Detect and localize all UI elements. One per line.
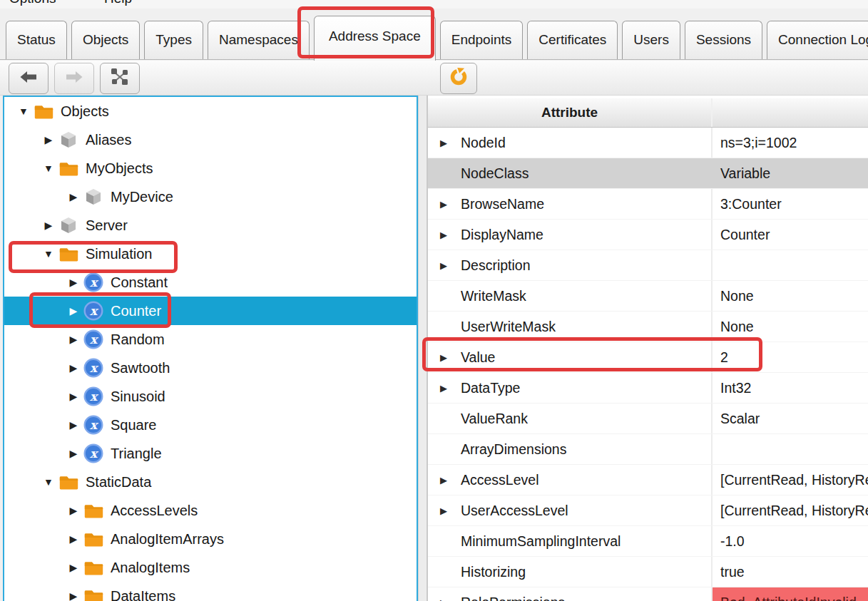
expand-arrow-icon[interactable]: ▶	[64, 334, 83, 345]
expand-arrow-icon[interactable]: ▶	[64, 448, 83, 459]
attribute-column-header[interactable]: Attribute	[428, 98, 711, 127]
tree-item-staticdata[interactable]: ▼StaticData	[4, 468, 417, 496]
attribute-name-label: WriteMask	[461, 288, 526, 304]
attribute-row-useraccesslevel[interactable]: ▶UserAccessLevel[CurrentRead, HistoryRea…	[428, 495, 868, 526]
tab-status[interactable]: Status	[6, 21, 67, 59]
tree-item-analogitems[interactable]: ▶AnalogItems	[4, 553, 417, 582]
tree-item-simulation[interactable]: ▼Simulation	[4, 240, 417, 268]
tab-address-space[interactable]: Address Space	[314, 16, 436, 61]
expand-arrow-icon[interactable]: ▶	[440, 597, 447, 601]
tab-types[interactable]: Types	[144, 21, 203, 59]
tree-item-label: StaticData	[86, 474, 151, 490]
attribute-row-writemask[interactable]: WriteMaskNone	[428, 281, 868, 312]
attribute-name-cell: Historizing	[428, 557, 711, 587]
expand-arrow-icon[interactable]: ▶	[440, 199, 447, 210]
cube-icon	[58, 130, 79, 150]
tree-item-dataitems[interactable]: ▶DataItems	[4, 582, 417, 601]
tab-users[interactable]: Users	[622, 21, 680, 59]
tree-item-label: DataItems	[111, 588, 175, 601]
folder-icon	[58, 158, 79, 178]
folder-icon	[58, 244, 79, 264]
expand-arrow-icon[interactable]: ▶	[64, 533, 83, 545]
attribute-value-label: Variable	[720, 165, 770, 182]
expand-arrow-icon[interactable]: ▶	[440, 260, 447, 271]
forward-button[interactable]	[54, 63, 94, 94]
expand-arrow-icon[interactable]: ▶	[64, 419, 83, 431]
expand-arrow-icon[interactable]: ▶	[64, 391, 83, 402]
refresh-button[interactable]	[440, 63, 477, 94]
value-column-header[interactable]	[713, 98, 868, 127]
attribute-row-description[interactable]: ▶Description	[428, 250, 868, 281]
attribute-row-userwritemask[interactable]: UserWriteMaskNone	[428, 312, 868, 342]
tree-item-objects[interactable]: ▼Objects	[4, 97, 417, 125]
attribute-row-nodeclass[interactable]: NodeClassVariable	[428, 158, 868, 189]
attribute-row-minimumsamplinginterval[interactable]: MinimumSamplingInterval-1.0	[428, 526, 868, 557]
collapse-arrow-icon[interactable]: ▼	[14, 106, 33, 117]
menu-item-help[interactable]: Help	[104, 0, 132, 8]
collapse-arrow-icon[interactable]: ▼	[39, 163, 58, 174]
tree-item-random[interactable]: ▶xRandom	[4, 325, 417, 354]
tree-item-sawtooth[interactable]: ▶xSawtooth	[4, 354, 417, 382]
attribute-value-cell: 2	[711, 342, 868, 372]
expand-arrow-icon[interactable]: ▶	[440, 138, 447, 148]
tree-item-label: Constant	[111, 274, 168, 291]
folder-icon	[83, 558, 104, 577]
tree-item-label: Server	[86, 217, 128, 234]
attribute-row-value[interactable]: ▶Value2	[428, 342, 868, 373]
attribute-row-datatype[interactable]: ▶DataTypeInt32	[428, 373, 868, 404]
attribute-row-displayname[interactable]: ▶DisplayNameCounter	[428, 220, 868, 250]
tree-item-label: Aliases	[86, 132, 131, 148]
attribute-row-rolepermissions[interactable]: ▶RolePermissionsBad_AttributeIdInvalid	[428, 587, 868, 601]
tree-item-label: Triangle	[111, 446, 162, 462]
toolbar-band	[0, 61, 868, 96]
tree-item-myobjects[interactable]: ▼MyObjects	[4, 154, 417, 183]
expand-arrow-icon[interactable]: ▶	[440, 230, 447, 240]
attribute-row-accesslevel[interactable]: ▶AccessLevel[CurrentRead, HistoryRead]	[428, 465, 868, 495]
tab-connection-log[interactable]: Connection Log	[767, 21, 868, 59]
expand-arrow-icon[interactable]: ▶	[64, 277, 83, 288]
tree-item-label: AnalogItemArrays	[111, 531, 224, 548]
attributes-panel: Attribute ▶NodeIdns=3;i=1002NodeClassVar…	[427, 96, 868, 601]
tab-sessions[interactable]: Sessions	[685, 21, 762, 59]
attribute-row-arraydimensions[interactable]: ArrayDimensions	[428, 434, 868, 465]
expand-arrow-icon[interactable]: ▶	[440, 383, 447, 394]
expand-arrow-icon[interactable]: ▶	[64, 590, 83, 601]
expand-arrow-icon[interactable]: ▶	[440, 475, 447, 486]
variable-icon: x	[83, 272, 104, 292]
tree-item-constant[interactable]: ▶xConstant	[4, 268, 417, 297]
pane-splitter[interactable]	[418, 96, 427, 601]
tree-item-accesslevels[interactable]: ▶AccessLevels	[4, 496, 417, 525]
tab-namespaces[interactable]: Namespaces	[208, 21, 310, 59]
tree-item-counter[interactable]: ▶xCounter	[4, 297, 417, 325]
attribute-row-valuerank[interactable]: ValueRankScalar	[428, 404, 868, 434]
back-button[interactable]	[9, 63, 48, 94]
collapse-arrow-icon[interactable]: ▼	[39, 248, 58, 260]
expand-arrow-icon[interactable]: ▶	[440, 352, 447, 363]
expand-arrow-icon[interactable]: ▶	[440, 505, 447, 516]
collapse-arrow-icon[interactable]: ▼	[39, 476, 58, 488]
tree-item-server[interactable]: ▶Server	[4, 211, 417, 240]
tree-item-analogitemarrays[interactable]: ▶AnalogItemArrays	[4, 525, 417, 553]
menu-item-options[interactable]: Options	[9, 0, 56, 8]
node-graph-button[interactable]	[100, 63, 140, 94]
tree-item-mydevice[interactable]: ▶MyDevice	[4, 183, 417, 211]
tab-objects[interactable]: Objects	[71, 21, 140, 59]
tree-item-sinusoid[interactable]: ▶xSinusoid	[4, 382, 417, 411]
tree-item-label: MyDevice	[111, 189, 173, 205]
expand-arrow-icon[interactable]: ▶	[64, 562, 83, 573]
tab-endpoints[interactable]: Endpoints	[440, 21, 524, 59]
expand-arrow-icon[interactable]: ▶	[64, 505, 83, 516]
attribute-row-nodeid[interactable]: ▶NodeIdns=3;i=1002	[428, 128, 868, 158]
expand-arrow-icon[interactable]: ▶	[64, 191, 83, 202]
tree-item-triangle[interactable]: ▶xTriangle	[4, 439, 417, 468]
expand-arrow-icon[interactable]: ▶	[39, 134, 58, 145]
attribute-row-browsename[interactable]: ▶BrowseName3:Counter	[428, 189, 868, 220]
tree-item-aliases[interactable]: ▶Aliases	[4, 125, 417, 154]
expand-arrow-icon[interactable]: ▶	[39, 220, 58, 231]
tree-item-square[interactable]: ▶xSquare	[4, 411, 417, 439]
attribute-row-historizing[interactable]: Historizingtrue	[428, 557, 868, 587]
expand-arrow-icon[interactable]: ▶	[64, 305, 83, 317]
expand-arrow-icon[interactable]: ▶	[64, 362, 83, 374]
tab-certificates[interactable]: Certificates	[527, 21, 618, 59]
attribute-value-cell: -1.0	[711, 526, 868, 556]
